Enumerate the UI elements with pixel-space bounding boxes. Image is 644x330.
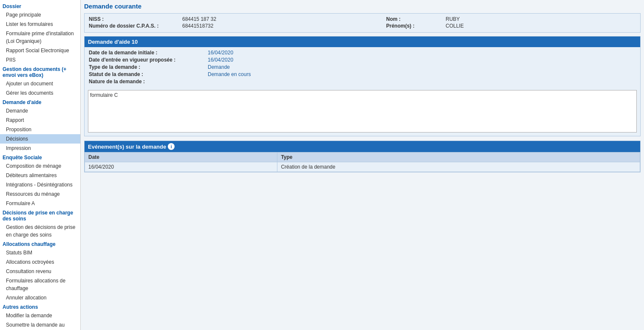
events-table-body: 16/04/2020Création de la demande xyxy=(85,162,640,172)
sidebar-section-header: Décisions de prise en charge des soins xyxy=(0,208,80,223)
demande-block: Demande d'aide 10 Date de la demande ini… xyxy=(84,36,641,136)
demande-field-row: Type de la demande :Demande xyxy=(89,64,636,70)
events-title: Evénement(s) sur la demande xyxy=(88,144,166,150)
sidebar-item[interactable]: Page principale xyxy=(0,10,80,20)
demande-field-value: 16/04/2020 xyxy=(208,57,233,63)
nature-text: formulaire C xyxy=(90,92,118,98)
events-header-row: DateType xyxy=(85,152,640,162)
info-icon[interactable]: i xyxy=(168,143,175,150)
sidebar: DossierPage principaleLister les formula… xyxy=(0,0,81,330)
prenom-label: Prénom(s) : xyxy=(386,23,429,29)
sidebar-item[interactable]: Consultation revenu xyxy=(0,267,80,276)
main-content: Demande courante NISS : 684415 187 32 No… xyxy=(81,0,644,330)
sidebar-item[interactable]: Formulaire A xyxy=(0,199,80,208)
page-title: Demande courante xyxy=(84,3,641,10)
demande-field-value: Demande xyxy=(208,64,230,70)
demande-field-label: Nature de la demande : xyxy=(89,79,208,85)
demande-field-label: Statut de la demande : xyxy=(89,71,208,77)
sidebar-section-header: Dossier xyxy=(0,2,80,10)
dossier-value: 68441518732 xyxy=(182,23,310,29)
niss-value: 684415 187 32 xyxy=(182,16,310,22)
sidebar-item[interactable]: Rapport xyxy=(0,116,80,125)
sidebar-item[interactable]: Gestion des décisions de prise en charge… xyxy=(0,223,80,240)
sidebar-item[interactable]: Impression xyxy=(0,144,80,153)
demande-field-row: Date de la demande initiale :16/04/2020 xyxy=(89,50,636,56)
demande-field-label: Type de la demande : xyxy=(89,64,208,70)
demande-info: Date de la demande initiale :16/04/2020D… xyxy=(85,47,640,88)
events-table-head: DateType xyxy=(85,152,640,162)
nature-textarea: formulaire C xyxy=(88,90,637,133)
sidebar-item[interactable]: Rapport Social Electronique xyxy=(0,46,80,55)
sidebar-item[interactable]: Soumettre la demande au conseil xyxy=(0,320,80,330)
events-col-header: Date xyxy=(85,152,277,162)
sidebar-item[interactable]: Proposition xyxy=(0,125,80,134)
nom-label: Nom : xyxy=(386,16,429,22)
sidebar-item[interactable]: Demande xyxy=(0,106,80,116)
sidebar-item[interactable]: Lister les formulaires xyxy=(0,20,80,29)
events-table-row: 16/04/2020Création de la demande xyxy=(85,162,640,172)
sidebar-section-header: Allocations chauffage xyxy=(0,240,80,248)
demande-field-row: Date d'entrée en vigueur proposée :16/04… xyxy=(89,57,636,63)
sidebar-item[interactable]: Intégrations - Désintégrations xyxy=(0,180,80,189)
sidebar-section-header: Autres actions xyxy=(0,302,80,311)
sidebar-item[interactable]: Formulaires allocations de chauffage xyxy=(0,276,80,293)
sidebar-item[interactable]: Décisions xyxy=(0,134,80,144)
niss-label: NISS : xyxy=(89,16,182,22)
dossier-label: Numéro de dossier C.P.A.S. : xyxy=(89,23,182,29)
sidebar-item[interactable]: Composition de ménage xyxy=(0,161,80,171)
dossier-row: Numéro de dossier C.P.A.S. : 68441518732… xyxy=(89,23,636,29)
sidebar-item[interactable]: Débiteurs alimentaires xyxy=(0,171,80,180)
events-header: Evénement(s) sur la demande i xyxy=(85,141,640,152)
demande-field-row: Statut de la demande :Demande en cours xyxy=(89,71,636,77)
demande-field-row: Nature de la demande : xyxy=(89,79,636,85)
sidebar-item[interactable]: PIIS xyxy=(0,55,80,65)
events-table: DateType 16/04/2020Création de la demand… xyxy=(85,152,640,172)
sidebar-item[interactable]: Annuler allocation xyxy=(0,293,80,302)
sidebar-item[interactable]: Statuts BIM xyxy=(0,248,80,257)
sidebar-section-header: Enquête Sociale xyxy=(0,153,80,161)
niss-row: NISS : 684415 187 32 Nom : RUBY xyxy=(89,16,636,22)
events-type: Création de la demande xyxy=(277,162,640,172)
events-date: 16/04/2020 xyxy=(85,162,277,172)
sidebar-item[interactable]: Ajouter un document xyxy=(0,79,80,88)
prenom-value: COLLIE xyxy=(446,23,464,29)
dossier-info-block: NISS : 684415 187 32 Nom : RUBY Numéro d… xyxy=(84,13,641,33)
sidebar-section-header: Gestion des documents (+ envoi vers eBox… xyxy=(0,65,80,79)
demande-field-value: Demande en cours xyxy=(208,71,251,77)
events-block: Evénement(s) sur la demande i DateType 1… xyxy=(84,141,641,172)
sidebar-item[interactable]: Formulaire prime d'installation (Loi Org… xyxy=(0,29,80,46)
sidebar-item[interactable]: Modifier la demande xyxy=(0,311,80,320)
nom-value: RUBY xyxy=(446,16,460,22)
demande-section-header: Demande d'aide 10 xyxy=(85,37,640,47)
demande-field-label: Date de la demande initiale : xyxy=(89,50,208,56)
events-col-header: Type xyxy=(277,152,640,162)
sidebar-item[interactable]: Gérer les documents xyxy=(0,88,80,98)
sidebar-item[interactable]: Ressources du ménage xyxy=(0,189,80,199)
sidebar-section-header: Demande d'aide xyxy=(0,98,80,106)
demande-field-label: Date d'entrée en vigueur proposée : xyxy=(89,57,208,63)
sidebar-item[interactable]: Allocations octroyées xyxy=(0,257,80,267)
demande-field-value: 16/04/2020 xyxy=(208,50,233,56)
